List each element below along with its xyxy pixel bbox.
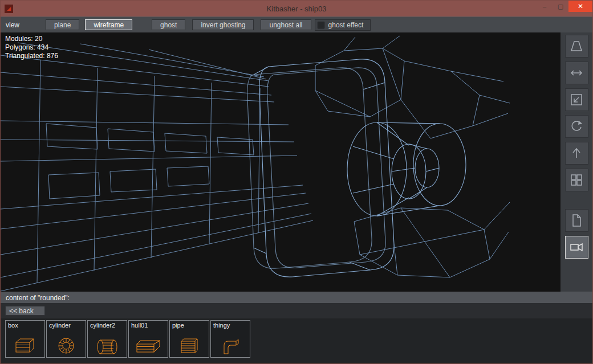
cylinder2-thumbnail-icon xyxy=(96,338,119,355)
close-button[interactable]: ✕ xyxy=(568,1,592,12)
scale-tool-button[interactable] xyxy=(565,88,588,111)
camera-tool-button[interactable] xyxy=(565,236,588,259)
viewport-3d[interactable]: Modules: 20 Polygons: 434 Triangulated: … xyxy=(1,32,560,292)
stat-modules: Modules: 20 xyxy=(5,35,58,43)
side-toolbar xyxy=(560,32,592,292)
titlebar[interactable]: ◢ Kitbasher - ship03 – ▢ ✕ xyxy=(1,1,592,17)
back-button[interactable]: << back xyxy=(5,306,45,316)
thingy-thumbnail-icon xyxy=(220,337,241,355)
model-stats: Modules: 20 Polygons: 434 Triangulated: … xyxy=(5,35,58,60)
toolbar: view plane wireframe ghost invert ghosti… xyxy=(1,17,592,32)
hull01-thumbnail-icon xyxy=(135,338,162,355)
horizontal-arrows-icon xyxy=(569,66,584,80)
ghost-effect-checkbox[interactable] xyxy=(318,22,324,28)
document-icon xyxy=(569,213,584,228)
window-controls: – ▢ ✕ xyxy=(537,1,592,17)
palette-item-label: hull01 xyxy=(131,322,148,329)
invert-ghosting-button[interactable]: invert ghosting xyxy=(192,19,254,30)
prism-tool-button[interactable] xyxy=(565,35,588,58)
app-icon: ◢ xyxy=(5,5,13,13)
palette-item-cylinder[interactable]: cylinder xyxy=(46,320,86,358)
plane-button[interactable]: plane xyxy=(46,19,79,30)
stretch-tool-button[interactable] xyxy=(565,62,588,84)
pipe-thumbnail-icon xyxy=(178,337,200,355)
palette-item-label: cylinder2 xyxy=(90,322,115,329)
palette-item-label: box xyxy=(8,322,18,329)
cylinder-thumbnail-icon xyxy=(56,336,76,355)
back-row: << back xyxy=(1,303,592,318)
palette-item-thingy[interactable]: thingy xyxy=(210,320,250,358)
minimize-button[interactable]: – xyxy=(537,1,553,12)
grid-icon xyxy=(569,173,584,187)
stat-polygons: Polygons: 434 xyxy=(5,43,58,52)
ship-wireframe xyxy=(1,32,560,292)
palette-item-cylinder2[interactable]: cylinder2 xyxy=(87,320,127,358)
status-text: content of "rounded": xyxy=(6,294,70,302)
maximize-button[interactable]: ▢ xyxy=(553,1,568,12)
palette-item-label: pipe xyxy=(172,322,184,329)
window-title: Kitbasher - ship03 xyxy=(1,5,592,13)
ghost-effect-label: ghost effect xyxy=(328,21,364,29)
camera-icon xyxy=(569,240,584,255)
grid-tool-button[interactable] xyxy=(565,169,588,191)
raise-tool-button[interactable] xyxy=(565,142,588,165)
palette-item-hull01[interactable]: hull01 xyxy=(128,320,168,358)
rotate-tool-button[interactable] xyxy=(565,115,588,138)
ghost-button[interactable]: ghost xyxy=(152,19,185,30)
view-menu[interactable]: view xyxy=(6,21,19,29)
app-window: ◢ Kitbasher - ship03 – ▢ ✕ view plane wi… xyxy=(0,0,593,364)
status-bar: content of "rounded": xyxy=(1,292,592,303)
ghost-effect-toggle[interactable]: ghost effect xyxy=(315,19,371,31)
box-thumbnail-icon xyxy=(13,336,38,355)
palette-item-label: thingy xyxy=(213,322,230,329)
unghost-all-button[interactable]: unghost all xyxy=(261,19,311,30)
palette-item-box[interactable]: box xyxy=(5,320,45,358)
palette-item-pipe[interactable]: pipe xyxy=(169,320,209,358)
rotate-icon xyxy=(569,119,584,134)
prism-icon xyxy=(569,39,584,54)
up-arrow-icon xyxy=(569,146,584,161)
palette-item-label: cylinder xyxy=(49,322,71,329)
scale-corner-icon xyxy=(569,92,584,107)
wireframe-button[interactable]: wireframe xyxy=(85,19,132,30)
module-palette: box cylinder cylinder2 xyxy=(1,318,592,363)
new-document-button[interactable] xyxy=(565,209,588,232)
stat-triangulated: Triangulated: 876 xyxy=(5,52,58,60)
main-area: Modules: 20 Polygons: 434 Triangulated: … xyxy=(1,32,592,292)
